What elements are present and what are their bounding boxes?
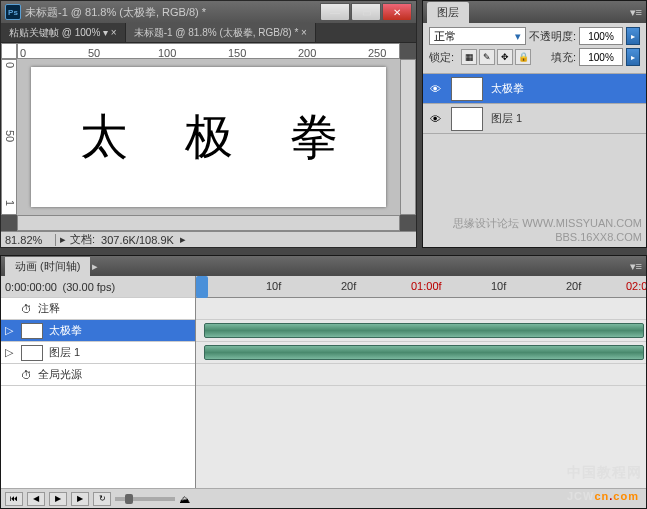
- layer-row[interactable]: 👁 图层 1: [423, 104, 646, 134]
- fps-label: (30.00 fps): [63, 281, 116, 293]
- status-chevron-icon[interactable]: ▸: [180, 233, 186, 246]
- status-doc-size: 307.6K/108.9K: [95, 234, 180, 246]
- lock-buttons: ▦ ✎ ✥ 🔒: [461, 49, 531, 65]
- canvas-char: 极: [185, 105, 233, 169]
- lock-transparency-icon[interactable]: ▦: [461, 49, 477, 65]
- track-lane[interactable]: [196, 342, 646, 364]
- play-button[interactable]: ▶: [49, 492, 67, 506]
- close-button[interactable]: ✕: [382, 3, 412, 21]
- status-doc-label: 文档:: [70, 232, 95, 247]
- layers-tab[interactable]: 图层: [427, 2, 469, 23]
- watermark: 思缘设计论坛 WWW.MISSYUAN.COM BBS.16XX8.COM: [453, 216, 642, 243]
- expand-icon[interactable]: ▷: [5, 324, 15, 337]
- visibility-icon[interactable]: 👁: [427, 81, 443, 97]
- timeline-time-row: 0:00:00:00 (30.00 fps): [1, 276, 195, 298]
- track-global-light[interactable]: ⏱ 全局光源: [1, 364, 195, 386]
- loop-button[interactable]: ↻: [93, 492, 111, 506]
- fill-label: 填充:: [551, 50, 576, 65]
- clip[interactable]: [204, 323, 644, 338]
- layers-panel: 图层 ▾≡ 正常▾ 不透明度: 100% ▸ 锁定: ▦ ✎ ✥ 🔒 填充: 1…: [422, 0, 647, 248]
- maximize-button[interactable]: ▭: [351, 3, 381, 21]
- timeline-controls: ⏮ ◀ ▶ ▶ ↻ ⛰: [1, 488, 646, 508]
- zoom-slider[interactable]: [115, 497, 175, 501]
- fill-arrow-icon[interactable]: ▸: [626, 48, 640, 66]
- tab-untitled[interactable]: 未标题-1 @ 81.8% (太极拳, RGB/8) * ×: [126, 23, 316, 42]
- layer-row[interactable]: 👁 T 太极拳: [423, 74, 646, 104]
- prev-frame-button[interactable]: ◀: [27, 492, 45, 506]
- next-frame-button[interactable]: ▶: [71, 492, 89, 506]
- document-window: Ps 未标题-1 @ 81.8% (太极拳, RGB/8) * — ▭ ✕ 粘贴…: [0, 0, 417, 248]
- timeline-ruler[interactable]: 10f 20f 01:00f 10f 20f 02:0: [196, 276, 646, 298]
- canvas-char: 太: [80, 105, 128, 169]
- watermark: 中国教程网 JCWcn.com: [567, 464, 642, 506]
- minimize-button[interactable]: —: [320, 3, 350, 21]
- expand-icon[interactable]: ▷: [5, 346, 15, 359]
- zoom-level[interactable]: 81.82%: [1, 234, 56, 246]
- visibility-icon[interactable]: 👁: [427, 111, 443, 127]
- timeline-tab[interactable]: 动画 (时间轴): [5, 257, 90, 276]
- canvas[interactable]: 太 极 拳: [31, 67, 386, 207]
- panel-menu-icon[interactable]: ▾≡: [630, 6, 642, 19]
- app-icon: Ps: [5, 4, 21, 20]
- rewind-button[interactable]: ⏮: [5, 492, 23, 506]
- opacity-arrow-icon[interactable]: ▸: [626, 27, 640, 45]
- blend-mode-select[interactable]: 正常▾: [429, 27, 526, 45]
- track-lane[interactable]: [196, 320, 646, 342]
- titlebar[interactable]: Ps 未标题-1 @ 81.8% (太极拳, RGB/8) * — ▭ ✕: [1, 1, 416, 23]
- panel-header[interactable]: 图层 ▾≡: [423, 1, 646, 23]
- layer-list: 👁 T 太极拳 👁 图层 1: [423, 74, 646, 134]
- lock-position-icon[interactable]: ✥: [497, 49, 513, 65]
- timeline-tracklist: 0:00:00:00 (30.00 fps) ⏱ 注释 ▷ T 太极拳 ▷ 图层…: [1, 276, 196, 488]
- timeline-panel: 动画 (时间轴) ▸ ▾≡ 0:00:00:00 (30.00 fps) ⏱ 注…: [0, 255, 647, 509]
- layer-thumb[interactable]: T: [451, 77, 483, 101]
- track-layer1[interactable]: ▷ 图层 1: [1, 342, 195, 364]
- track-lane[interactable]: [196, 298, 646, 320]
- track-comments[interactable]: ⏱ 注释: [1, 298, 195, 320]
- timeline-tracks[interactable]: 10f 20f 01:00f 10f 20f 02:0: [196, 276, 646, 488]
- fill-input[interactable]: 100%: [579, 48, 623, 66]
- ruler-vertical[interactable]: 0 50 1: [1, 59, 17, 215]
- opacity-label: 不透明度:: [529, 29, 576, 44]
- clip[interactable]: [204, 345, 644, 360]
- statusbar: 81.82% ▸ 文档: 307.6K/108.9K ▸: [1, 231, 416, 247]
- layer-thumb[interactable]: [451, 107, 483, 131]
- layer-name[interactable]: 太极拳: [491, 81, 524, 96]
- status-chevron-icon[interactable]: ▸: [56, 233, 70, 246]
- panel-menu-icon[interactable]: ▾≡: [630, 260, 642, 273]
- scrollbar-vertical[interactable]: [400, 59, 416, 215]
- slider-thumb[interactable]: [125, 494, 133, 504]
- track-lane[interactable]: [196, 364, 646, 386]
- canvas-area[interactable]: 太 极 拳: [17, 59, 400, 215]
- window-title: 未标题-1 @ 81.8% (太极拳, RGB/8) *: [25, 5, 206, 20]
- tab-chevron-icon[interactable]: ▸: [92, 260, 98, 273]
- canvas-char: 拳: [290, 105, 338, 169]
- lock-all-icon[interactable]: 🔒: [515, 49, 531, 65]
- lock-pixels-icon[interactable]: ✎: [479, 49, 495, 65]
- current-time[interactable]: 0:00:00:00: [5, 281, 57, 293]
- timeline-header[interactable]: 动画 (时间轴) ▸ ▾≡: [1, 256, 646, 276]
- ruler-horizontal[interactable]: 0 50 100 150 200 250: [17, 43, 400, 59]
- document-tabs: 粘贴关键帧 @ 100% ▾ × 未标题-1 @ 81.8% (太极拳, RGB…: [1, 23, 416, 43]
- lock-label: 锁定:: [429, 50, 454, 65]
- track-thumb: T: [21, 323, 43, 339]
- ruler-origin[interactable]: [1, 43, 17, 59]
- scrollbar-horizontal[interactable]: [17, 215, 400, 231]
- track-text-layer[interactable]: ▷ T 太极拳: [1, 320, 195, 342]
- tab-paste-keyframe[interactable]: 粘贴关键帧 @ 100% ▾ ×: [1, 23, 126, 42]
- layer-name[interactable]: 图层 1: [491, 111, 522, 126]
- playhead[interactable]: [196, 276, 208, 298]
- opacity-input[interactable]: 100%: [579, 27, 623, 45]
- zoom-icon: ⛰: [179, 493, 190, 505]
- track-thumb: [21, 345, 43, 361]
